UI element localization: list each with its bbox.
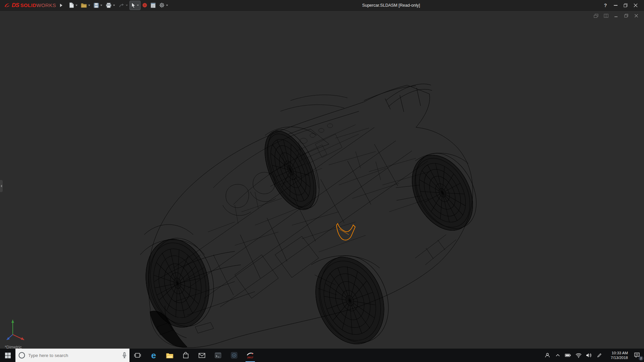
file-properties-icon: [151, 3, 156, 8]
chevron-down-icon[interactable]: [166, 5, 168, 6]
file-explorer-button[interactable]: [162, 349, 178, 362]
doc-minimize-button[interactable]: [613, 13, 619, 19]
pen-icon: [597, 353, 602, 358]
edge-browser-button[interactable]: e: [146, 349, 162, 362]
close-icon: [634, 3, 638, 7]
open-button[interactable]: [79, 1, 92, 10]
car-detail-lines: [208, 124, 429, 252]
dark-app-icon: [231, 352, 237, 359]
options-button[interactable]: [158, 1, 169, 10]
cortana-icon: [18, 352, 25, 359]
solidworks-app-button[interactable]: 2017: [242, 349, 258, 362]
chevron-down-icon[interactable]: [137, 5, 139, 6]
ds-logo-icon: [4, 3, 10, 8]
titlebar: DS SOLID WORKS: [0, 0, 644, 11]
document-window-controls: [593, 13, 639, 19]
view-orientation-label: *Dimetric: [5, 345, 22, 349]
feature-tree-flyout-handle[interactable]: [0, 180, 3, 192]
microphone-icon[interactable]: [122, 352, 127, 359]
notification-badge: 2: [639, 356, 643, 361]
brand-works-label: WORKS: [36, 2, 56, 8]
task-view-button[interactable]: [129, 349, 146, 362]
solidworks-window: DS SOLID WORKS: [0, 0, 644, 362]
start-button[interactable]: [0, 349, 15, 362]
save-icon: [94, 3, 99, 8]
search-input[interactable]: [28, 353, 122, 358]
chevron-up-icon: [556, 354, 560, 357]
wifi-icon: [576, 353, 582, 358]
main-toolbar: [68, 1, 170, 10]
chevron-down-icon[interactable]: [75, 5, 77, 6]
doc-close-icon: [634, 14, 638, 18]
taskbar-search-box[interactable]: [15, 349, 129, 362]
restore-button[interactable]: [621, 0, 631, 11]
wireframe-car-model[interactable]: [0, 11, 644, 349]
doc-window-button[interactable]: [593, 13, 599, 19]
file-explorer-icon: [166, 353, 173, 358]
menu-flyout-arrow-icon[interactable]: [60, 4, 62, 7]
chevron-left-icon: [1, 185, 2, 187]
select-cursor-icon: [131, 2, 136, 8]
window-controls: ?: [600, 0, 641, 11]
volume-button[interactable]: [584, 349, 594, 362]
graphics-area[interactable]: *Dimetric: [0, 11, 644, 349]
edge-icon: e: [151, 351, 156, 360]
doc-restore-button[interactable]: [623, 13, 629, 19]
selected-component-highlight[interactable]: [336, 224, 355, 240]
chevron-down-icon[interactable]: [88, 5, 90, 6]
rebuild-stoplight-icon: [142, 3, 147, 8]
file-properties-button[interactable]: [149, 1, 157, 10]
help-button[interactable]: ?: [600, 0, 610, 11]
tray-overflow-button[interactable]: [552, 349, 563, 362]
task-view-icon: [134, 353, 141, 358]
undo-button[interactable]: [117, 1, 129, 10]
clock-date: 7/13/2018: [611, 355, 628, 360]
doc-close-button[interactable]: [633, 13, 639, 19]
dark-app-button[interactable]: [226, 349, 242, 362]
select-tool-button[interactable]: [130, 1, 140, 10]
minimize-icon: [614, 5, 618, 6]
orientation-triad: [2, 313, 30, 346]
tile-windows-icon: [604, 14, 608, 18]
doc-restore-icon: [624, 14, 628, 18]
taskbar-clock[interactable]: 10:33 AM 7/13/2018: [604, 351, 630, 360]
people-icon: [544, 353, 550, 358]
solidworks-swoosh-icon: [247, 352, 254, 356]
save-button[interactable]: [92, 1, 104, 10]
console-icon: [215, 352, 221, 358]
action-center-button[interactable]: 2: [630, 349, 644, 362]
chevron-down-icon[interactable]: [113, 5, 115, 6]
solidworks-app-icon: 2017: [247, 352, 254, 359]
minimize-button[interactable]: [610, 0, 621, 11]
mail-button[interactable]: [194, 349, 210, 362]
solidworks-year-label: 2017: [247, 356, 253, 359]
clock-time: 10:33 AM: [611, 351, 628, 355]
rebuild-button[interactable]: [141, 1, 149, 10]
new-document-icon: [69, 2, 74, 8]
chevron-down-icon[interactable]: [126, 5, 128, 6]
new-document-button[interactable]: [68, 1, 79, 10]
cascade-windows-icon: [594, 14, 598, 18]
network-button[interactable]: [573, 349, 584, 362]
store-bag-icon: [183, 352, 189, 359]
people-button[interactable]: [542, 349, 552, 362]
brand-ds-label: DS: [12, 2, 19, 9]
brand-solid-label: SOLID: [20, 2, 37, 8]
volume-icon: [586, 353, 592, 358]
doc-window-button-2[interactable]: [603, 13, 609, 19]
windows-logo-icon: [5, 353, 11, 358]
pen-button[interactable]: [594, 349, 604, 362]
open-folder-icon: [81, 3, 87, 8]
print-icon: [106, 3, 112, 8]
close-button[interactable]: [631, 0, 641, 11]
print-button[interactable]: [104, 1, 116, 10]
chevron-down-icon[interactable]: [100, 5, 102, 6]
battery-button[interactable]: [563, 349, 573, 362]
store-button[interactable]: [178, 349, 194, 362]
console-app-button[interactable]: [210, 349, 226, 362]
battery-icon: [565, 354, 571, 357]
solidworks-brand: DS SOLID WORKS: [0, 2, 56, 9]
doc-minimize-icon: [614, 14, 618, 18]
restore-icon: [624, 3, 628, 7]
gear-icon: [159, 2, 165, 8]
